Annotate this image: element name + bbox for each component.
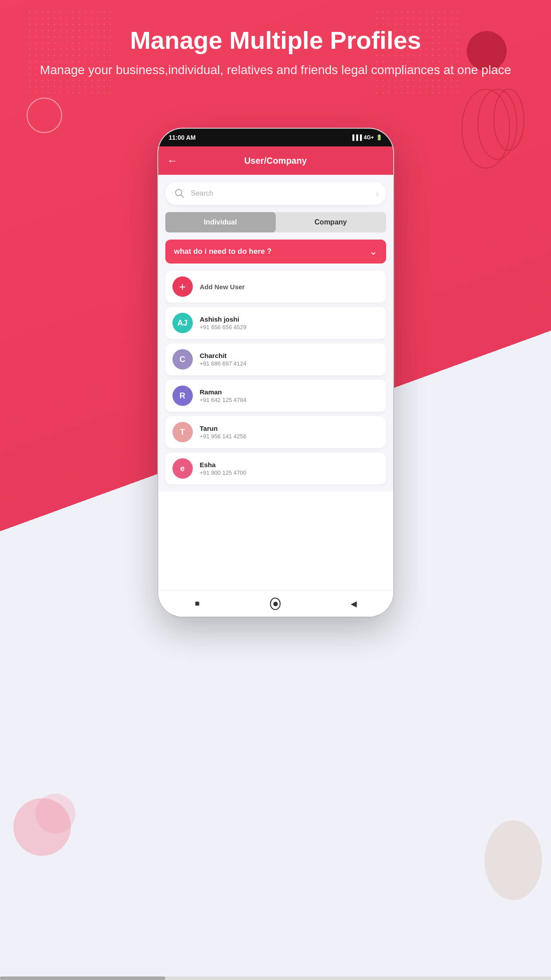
user-info: Tarun +91 956 141 4256	[200, 425, 379, 440]
user-phone: +91 900 125 4700	[200, 469, 379, 476]
scrollbar-track	[0, 976, 551, 980]
avatar: e	[172, 458, 193, 479]
battery-icon: 🔋	[376, 134, 383, 141]
pink-blob-2	[35, 794, 75, 834]
avatar: C	[172, 349, 193, 370]
status-time: 11:00 AM	[169, 134, 196, 141]
search-bar[interactable]: Search ›	[165, 182, 386, 205]
nav-home-button[interactable]: ⬤	[270, 598, 281, 609]
user-name: Raman	[200, 388, 379, 396]
bottom-nav: ■ ⬤ ◀	[158, 590, 393, 617]
list-item[interactable]: e Esha +91 900 125 4700	[165, 453, 386, 484]
avatar: R	[172, 386, 193, 406]
arc-3	[461, 89, 510, 169]
add-user-label: Add New User	[200, 283, 245, 291]
status-icons: ▐▐▐ 4G+ 🔋	[351, 134, 383, 141]
svg-line-1	[181, 195, 184, 197]
tab-switcher: Individual Company	[165, 212, 386, 232]
back-button[interactable]: ←	[167, 154, 178, 167]
user-phone: +91 956 141 4256	[200, 433, 379, 440]
page-title: Manage Multiple Profiles	[35, 27, 516, 54]
user-info: Raman +91 642 125 4784	[200, 388, 379, 403]
avatar: AJ	[172, 313, 193, 333]
app-header: ← User/Company	[158, 146, 393, 175]
phone-content: Search › Individual Company what do i ne…	[158, 175, 393, 492]
tab-individual[interactable]: Individual	[165, 212, 276, 232]
user-name: Esha	[200, 461, 379, 468]
list-item[interactable]: AJ Ashish joshi +91 656 656 4529	[165, 307, 386, 339]
dropdown-label: what do i need to do here ?	[174, 247, 272, 256]
signal-icon: ▐▐▐	[351, 134, 362, 141]
white-outline-circle	[27, 98, 62, 133]
phone-mockup: 11:00 AM ▐▐▐ 4G+ 🔋 ← User/Company	[158, 129, 393, 617]
user-info: Esha +91 900 125 4700	[200, 461, 379, 476]
user-info: Ashish joshi +91 656 656 4529	[200, 315, 379, 331]
network-icon: 4G+	[363, 134, 374, 141]
user-list: + Add New User AJ Ashish joshi +91 656 6…	[165, 271, 386, 484]
beige-blob	[485, 820, 542, 900]
notch	[240, 129, 311, 141]
app-title: User/Company	[244, 156, 307, 166]
user-name: Charchit	[200, 352, 379, 359]
dropdown-banner[interactable]: what do i need to do here ? ⌄	[165, 240, 386, 264]
list-item[interactable]: T Tarun +91 956 141 4256	[165, 416, 386, 448]
user-name: Tarun	[200, 425, 379, 432]
search-arrow-icon: ›	[376, 189, 379, 199]
user-name: Ashish joshi	[200, 315, 379, 323]
add-user-icon: +	[172, 276, 193, 297]
search-icon	[172, 186, 187, 201]
list-item[interactable]: C Charchit +91 686 697 4124	[165, 343, 386, 375]
scrollbar-thumb	[0, 976, 165, 980]
page-subtitle: Manage your business,individual, relativ…	[35, 61, 516, 79]
avatar: T	[172, 422, 193, 442]
list-item[interactable]: R Raman +91 642 125 4784	[165, 380, 386, 412]
user-info: Charchit +91 686 697 4124	[200, 352, 379, 367]
phone-frame: 11:00 AM ▐▐▐ 4G+ 🔋 ← User/Company	[158, 129, 393, 617]
nav-back-icon[interactable]: ◀	[348, 598, 359, 609]
dropdown-chevron-icon: ⌄	[369, 246, 377, 257]
header-area: Manage Multiple Profiles Manage your bus…	[0, 27, 551, 79]
user-phone: +91 642 125 4784	[200, 397, 379, 403]
tab-company[interactable]: Company	[276, 212, 386, 232]
add-user-card[interactable]: + Add New User	[165, 271, 386, 303]
search-input[interactable]: Search	[191, 189, 376, 197]
user-phone: +91 686 697 4124	[200, 360, 379, 367]
user-phone: +91 656 656 4529	[200, 324, 379, 331]
nav-square-icon[interactable]: ■	[192, 598, 203, 609]
nav-home-circle: ⬤	[270, 598, 281, 610]
arc-decoration	[471, 89, 524, 177]
status-bar: 11:00 AM ▐▐▐ 4G+ 🔋	[158, 129, 393, 146]
